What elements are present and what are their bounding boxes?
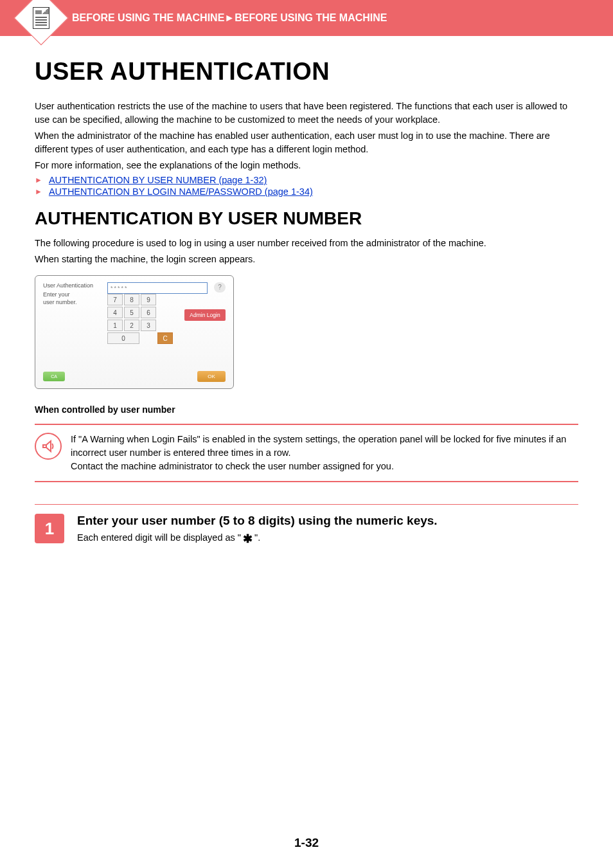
breadcrumb-right: BEFORE USING THE MACHINE (235, 12, 387, 23)
key-3[interactable]: 3 (141, 320, 156, 331)
section-title: AUTHENTICATION BY USER NUMBER (35, 208, 578, 229)
triangle-bullet-icon: ► (35, 187, 42, 196)
breadcrumb: BEFORE USING THE MACHINE►BEFORE USING TH… (72, 12, 387, 24)
intro-p2: When the administrator of the machine ha… (35, 129, 578, 156)
numeric-keypad: 7 8 9 4 5 6 1 2 3 0 C (107, 294, 173, 344)
step-title: Enter your user number (5 to 8 digits) u… (77, 514, 438, 528)
ca-button[interactable]: CA (43, 372, 65, 381)
step-1: 1 Enter your user number (5 to 8 digits)… (35, 514, 578, 543)
page-number: 1-32 (0, 836, 613, 850)
link-auth-user-number[interactable]: AUTHENTICATION BY USER NUMBER (page 1-32… (49, 175, 267, 185)
document-icon (33, 7, 49, 29)
key-1[interactable]: 1 (107, 320, 123, 331)
sub-intro-1: The following procedure is used to log i… (35, 237, 578, 250)
lp-title: User Authentication (43, 282, 101, 289)
note-line-1: If "A Warning when Login Fails" is enabl… (71, 433, 578, 460)
key-0[interactable]: 0 (107, 332, 139, 344)
admin-login-button[interactable]: Admin Login (184, 309, 226, 321)
step-sub-before: Each entered digit will be displayed as … (77, 532, 241, 543)
note-box: If "A Warning when Login Fails" is enabl… (35, 424, 578, 482)
header-bar: BEFORE USING THE MACHINE►BEFORE USING TH… (0, 0, 613, 36)
lp-instr-l2: user number. (43, 299, 77, 305)
asterisk-icon: ✱ (243, 533, 253, 545)
key-8[interactable]: 8 (124, 294, 139, 305)
intro-p1: User authentication restricts the use of… (35, 100, 578, 127)
breadcrumb-left: BEFORE USING THE MACHINE (72, 12, 224, 23)
key-9[interactable]: 9 (141, 294, 156, 305)
step-sub-after: ". (254, 532, 260, 543)
breadcrumb-sep: ► (224, 12, 235, 23)
note-icon (35, 433, 62, 460)
step-divider (35, 504, 578, 505)
note-line-2: Contact the machine administrator to che… (71, 460, 578, 473)
key-2[interactable]: 2 (124, 320, 139, 331)
ok-button[interactable]: OK (197, 371, 226, 382)
link-auth-login-name[interactable]: AUTHENTICATION BY LOGIN NAME/PASSWORD (p… (49, 186, 313, 197)
key-blank (157, 307, 173, 318)
key-blank (157, 320, 173, 331)
key-blank (141, 332, 156, 344)
login-panel: User Authentication ***** ? Enter your u… (35, 275, 234, 389)
key-clear[interactable]: C (157, 332, 173, 344)
intro-p3: For more information, see the explanatio… (35, 159, 578, 172)
sub-intro-2: When starting the machine, the login scr… (35, 253, 578, 266)
key-5[interactable]: 5 (124, 307, 139, 318)
page-title: USER AUTHENTICATION (35, 58, 578, 86)
triangle-bullet-icon: ► (35, 176, 42, 185)
help-icon[interactable]: ? (214, 282, 226, 293)
panel-caption: When controlled by user number (35, 404, 578, 415)
step-number-badge: 1 (35, 514, 64, 543)
key-4[interactable]: 4 (107, 307, 123, 318)
step-subtext: Each entered digit will be displayed as … (77, 532, 438, 543)
key-blank (157, 294, 173, 305)
lp-instr-l1: Enter your (43, 291, 70, 298)
key-7[interactable]: 7 (107, 294, 123, 305)
lp-input-display[interactable]: ***** (107, 282, 208, 294)
key-6[interactable]: 6 (141, 307, 156, 318)
